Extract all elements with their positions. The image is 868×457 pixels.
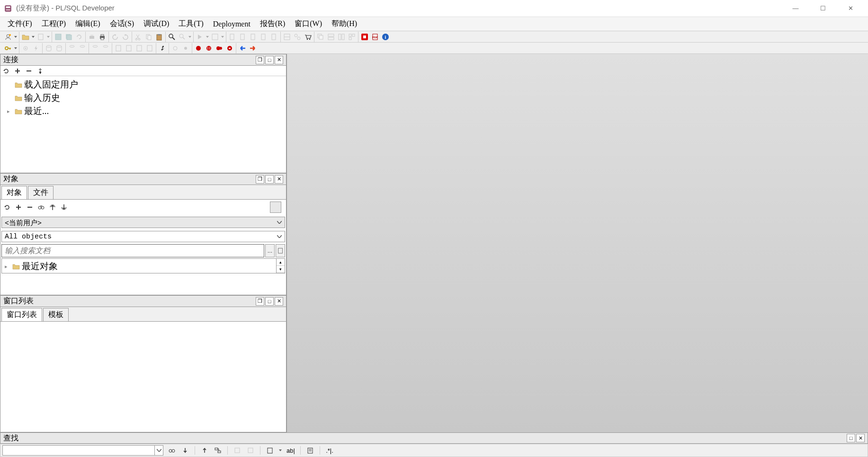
search-up-icon[interactable] — [200, 446, 209, 455]
svg-rect-39 — [328, 37, 334, 40]
objects-restore-button[interactable]: ❐ — [256, 175, 264, 184]
search-close-button[interactable]: ✕ — [856, 434, 865, 442]
menu-session[interactable]: 会话(S) — [105, 17, 139, 31]
svg-line-21 — [172, 37, 175, 40]
find-icon[interactable] — [167, 32, 177, 42]
windowlist-restore-button[interactable]: ❐ — [256, 297, 264, 306]
menu-deployment[interactable]: Deployment — [208, 18, 255, 31]
menu-help[interactable]: 帮助(H) — [327, 17, 362, 31]
connections-tree[interactable]: 载入固定用户 输入历史 ▸ 最近... — [0, 76, 286, 173]
windowlist-max-button[interactable]: □ — [265, 297, 274, 306]
cart-icon[interactable] — [303, 32, 313, 42]
arrow-left-icon[interactable] — [238, 44, 247, 53]
red-circle-1-icon[interactable] — [194, 44, 203, 53]
connections-close-button[interactable]: ✕ — [275, 56, 283, 64]
close-button[interactable]: ✕ — [837, 0, 864, 17]
search-input[interactable] — [1, 244, 264, 257]
tab-objects[interactable]: 对象 — [1, 186, 27, 199]
minimize-button[interactable]: — — [782, 0, 809, 17]
arrow-down-icon[interactable] — [60, 203, 68, 211]
search-paste-icon[interactable] — [305, 446, 315, 455]
arrow-up-icon[interactable] — [49, 203, 56, 211]
find-dropdown — [188, 36, 192, 38]
key-icon[interactable] — [3, 44, 13, 53]
menu-edit[interactable]: 编辑(E) — [71, 17, 105, 31]
red-circle-3-icon[interactable] — [215, 44, 224, 53]
objects-close-button[interactable]: ✕ — [275, 175, 283, 184]
chevron-down-icon[interactable] — [274, 231, 285, 242]
search-clipboard-icon[interactable] — [265, 446, 275, 455]
svg-rect-41 — [342, 34, 344, 40]
search-clipboard-dropdown[interactable] — [278, 449, 282, 451]
menu-tools[interactable]: 工具(T) — [174, 17, 208, 31]
plus-icon[interactable] — [14, 67, 21, 75]
key-dropdown[interactable] — [14, 47, 18, 49]
search-max-button[interactable]: □ — [847, 434, 855, 442]
minus-icon[interactable] — [26, 203, 34, 211]
tree-item-recent-objects[interactable]: ▸ 最近对象 — [4, 260, 274, 273]
menu-report[interactable]: 报告(R) — [255, 17, 290, 31]
chevron-down-icon[interactable] — [154, 446, 163, 455]
menu-window[interactable]: 窗口(W) — [290, 17, 327, 31]
doc3-icon — [134, 44, 144, 53]
pin-icon[interactable] — [36, 67, 44, 75]
search-more-button[interactable]: … — [265, 244, 275, 257]
open-dropdown[interactable] — [31, 36, 35, 38]
printer-icon[interactable] — [98, 32, 107, 42]
search-doc-button[interactable] — [276, 244, 285, 257]
connections-restore-button[interactable]: ❐ — [256, 56, 264, 64]
search-down-icon[interactable] — [180, 446, 190, 455]
svg-rect-12 — [101, 35, 104, 36]
expander-icon[interactable]: ▸ — [5, 264, 10, 270]
tree-item-recent[interactable]: ▸ 最近... — [2, 105, 284, 118]
scroll-up-icon[interactable]: ▴ — [277, 259, 285, 266]
search-combo[interactable] — [2, 445, 163, 456]
search-regex-icon[interactable]: .*|. — [325, 446, 334, 455]
info-icon[interactable]: i — [381, 32, 390, 42]
tree-item-fixed-users[interactable]: 载入固定用户 — [2, 78, 284, 91]
search-replace-icon[interactable] — [213, 446, 223, 455]
menu-project[interactable]: 工程(P) — [37, 17, 71, 31]
menu-debug[interactable]: 调试(D) — [139, 17, 174, 31]
login-icon[interactable] — [3, 32, 13, 42]
db2-icon — [54, 44, 64, 53]
user-combo-text: <当前用户> — [2, 217, 274, 228]
login-dropdown[interactable] — [14, 36, 18, 38]
stop-icon[interactable] — [360, 32, 369, 42]
filter-combo[interactable]: All objects — [1, 231, 285, 242]
paste-icon[interactable] — [154, 32, 164, 42]
tree-label: 输入历史 — [24, 92, 60, 104]
red-circle-2-icon[interactable] — [204, 44, 214, 53]
maximize-button[interactable]: ☐ — [809, 0, 837, 17]
pdf-icon[interactable]: PDF — [370, 32, 380, 42]
execute-icon — [195, 32, 205, 42]
user-combo[interactable]: <当前用户> — [1, 217, 285, 228]
plus-icon[interactable] — [15, 203, 22, 211]
refresh-icon[interactable] — [3, 203, 11, 211]
tab-files[interactable]: 文件 — [28, 186, 54, 199]
menu-bar: 文件(F) 工程(P) 编辑(E) 会话(S) 调试(D) 工具(T) Depl… — [0, 17, 868, 31]
tree-item-input-history[interactable]: 输入历史 — [2, 91, 284, 105]
refresh-icon[interactable] — [2, 67, 10, 75]
expander-icon[interactable]: ▸ — [7, 108, 13, 114]
wrench-icon[interactable] — [158, 44, 167, 53]
objects-max-button[interactable]: □ — [265, 175, 274, 184]
objects-tree[interactable]: ▸ 最近对象 ▴ ▾ — [1, 258, 285, 273]
tab-templates[interactable]: 模板 — [43, 308, 69, 321]
menu-file[interactable]: 文件(F) — [3, 17, 37, 31]
arrow-right-icon[interactable] — [248, 44, 258, 53]
color-box[interactable] — [270, 202, 281, 213]
connections-max-button[interactable]: □ — [265, 56, 274, 64]
search-binoculars-icon[interactable] — [167, 446, 177, 455]
svg-point-56 — [46, 45, 51, 47]
binoculars-icon[interactable] — [37, 203, 45, 211]
minus-icon[interactable] — [25, 67, 33, 75]
scroll-down-icon[interactable]: ▾ — [277, 266, 285, 273]
print-icon — [87, 32, 97, 42]
open-icon[interactable] — [21, 32, 30, 42]
chevron-down-icon[interactable] — [274, 217, 285, 228]
tab-windowlist[interactable]: 窗口列表 — [1, 308, 42, 321]
windowlist-close-button[interactable]: ✕ — [275, 297, 283, 306]
search-text-icon[interactable]: ab| — [286, 446, 295, 455]
red-circle-4-icon[interactable] — [225, 44, 234, 53]
